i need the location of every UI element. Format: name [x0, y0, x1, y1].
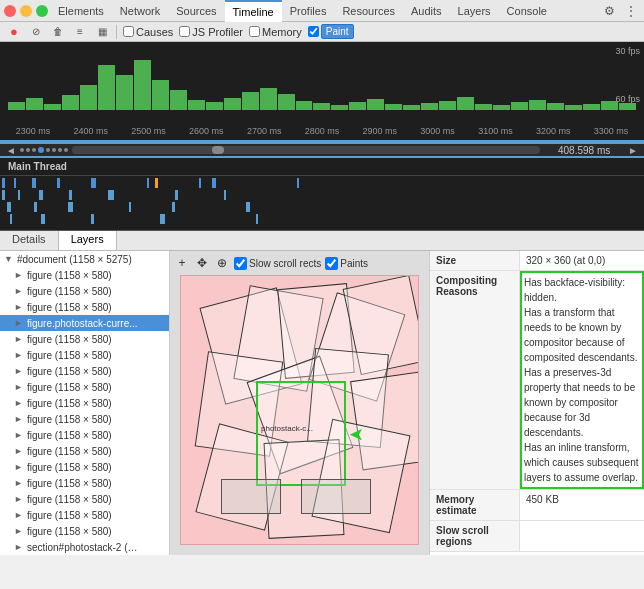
stop-button[interactable]: ⊘ [28, 24, 44, 40]
timeline-scrollbar[interactable]: ◄ 408.598 ms ► [0, 142, 644, 158]
timeline-area: 30 fps 60 fps [0, 42, 644, 142]
info-panel: Size 320 × 360 (at 0,0) Compositing Reas… [429, 251, 644, 555]
tree-item-figure-5[interactable]: ► figure (1158 × 580) [0, 347, 169, 363]
tree-item-figure-photostack[interactable]: ► figure.photostack-curre... [0, 315, 169, 331]
pan-tool-button[interactable]: ✥ [194, 255, 210, 271]
tree-item-figure-2[interactable]: ► figure (1158 × 580) [0, 283, 169, 299]
move-tool-button[interactable]: ⊕ [214, 255, 230, 271]
tree-item-label: figure (1158 × 580) [27, 286, 112, 297]
bar [116, 75, 133, 110]
thread-block-orange [155, 178, 158, 188]
tree-item-figure-9[interactable]: ► figure (1158 × 580) [0, 411, 169, 427]
scrollbar-track[interactable] [72, 146, 540, 154]
tree-item-section-photostack[interactable]: ► section#photostack-2 (… [0, 539, 169, 555]
tab-list: Elements Network Sources Timeline Profil… [50, 0, 555, 22]
tree-item-label: figure (1158 × 580) [27, 526, 112, 537]
details-layers-tabbar: Details Layers [0, 231, 644, 251]
tree-item-figure-7[interactable]: ► figure (1158 × 580) [0, 379, 169, 395]
thread-block4 [91, 214, 94, 224]
bar [8, 102, 25, 110]
tree-arrow: ► [14, 366, 23, 376]
tree-item-document[interactable]: ▼ #document (1158 × 5275) [0, 251, 169, 267]
tab-layers[interactable]: Layers [450, 0, 499, 22]
scrollbar-thumb[interactable] [212, 146, 224, 154]
tree-item-figure-4[interactable]: ► figure (1158 × 580) [0, 331, 169, 347]
tree-item-figure-6[interactable]: ► figure (1158 × 580) [0, 363, 169, 379]
tree-arrow: ► [14, 302, 23, 312]
thread-block3 [129, 202, 131, 212]
tree-item-figure-14[interactable]: ► figure (1158 × 580) [0, 491, 169, 507]
tree-item-figure-8[interactable]: ► figure (1158 × 580) [0, 395, 169, 411]
settings-icon[interactable]: ⚙ [600, 2, 618, 20]
tree-item-label: figure (1158 × 580) [27, 414, 112, 425]
dot8 [64, 148, 68, 152]
tree-item-figure-16[interactable]: ► figure (1158 × 580) [0, 523, 169, 539]
tab-layers[interactable]: Layers [59, 231, 117, 250]
canvas-panel: + ✥ ⊕ Slow scroll rects Paints [170, 251, 429, 555]
tab-console[interactable]: Console [499, 0, 555, 22]
paint-checkbox[interactable]: Paint [308, 24, 354, 39]
tree-item-figure-3[interactable]: ► figure (1158 × 580) [0, 299, 169, 315]
tree-item-label: figure (1158 × 580) [27, 334, 112, 345]
thread-block3 [246, 202, 250, 212]
main-thread-bar: Main Thread [0, 158, 644, 176]
scroll-right[interactable]: ► [628, 145, 638, 156]
tab-resources[interactable]: Resources [334, 0, 403, 22]
bar [403, 105, 420, 110]
tab-sources[interactable]: Sources [168, 0, 224, 22]
tab-profiles[interactable]: Profiles [282, 0, 335, 22]
tick-2800: 2800 ms [293, 126, 351, 136]
bar [349, 102, 366, 110]
clear-button[interactable]: 🗑 [50, 24, 66, 40]
tree-item-figure-10[interactable]: ► figure (1158 × 580) [0, 427, 169, 443]
tree-arrow: ► [14, 542, 23, 552]
tree-arrow: ► [14, 270, 23, 280]
tree-item-figure-12[interactable]: ► figure (1158 × 580) [0, 459, 169, 475]
add-layer-button[interactable]: + [174, 255, 190, 271]
record-button[interactable]: ● [6, 24, 22, 40]
tab-details[interactable]: Details [0, 231, 59, 250]
thread-block [212, 178, 216, 188]
causes-checkbox[interactable]: Causes [123, 26, 173, 38]
tree-item-label: figure (1158 × 580) [27, 366, 112, 377]
tree-item-figure-13[interactable]: ► figure (1158 × 580) [0, 475, 169, 491]
thread-row-3 [0, 202, 644, 214]
paints-checkbox[interactable]: Paints [325, 257, 368, 270]
tree-arrow: ► [14, 526, 23, 536]
circle-icon [4, 5, 16, 17]
tree-item-label: #document (1158 × 5275) [17, 254, 132, 265]
thread-block [57, 178, 60, 188]
memory-checkbox[interactable]: Memory [249, 26, 302, 38]
memory-value: 450 KB [520, 490, 644, 520]
size-label: Size [430, 251, 520, 270]
thread-block [2, 178, 5, 188]
tree-item-label: figure (1158 × 580) [27, 430, 112, 441]
thread-row-1 [0, 178, 644, 190]
tab-audits[interactable]: Audits [403, 0, 450, 22]
bar [206, 102, 223, 110]
tree-panel: ▼ #document (1158 × 5275) ► figure (1158… [0, 251, 170, 555]
tree-item-figure-11[interactable]: ► figure (1158 × 580) [0, 443, 169, 459]
slow-scroll-checkbox[interactable]: Slow scroll rects [234, 257, 321, 270]
tree-arrow: ► [14, 430, 23, 440]
tab-timeline[interactable]: Timeline [225, 0, 282, 22]
tick-2900: 2900 ms [351, 126, 409, 136]
tab-network[interactable]: Network [112, 0, 168, 22]
dot2 [26, 148, 30, 152]
filter-button[interactable]: ≡ [72, 24, 88, 40]
bar [457, 97, 474, 110]
thread-visualization [0, 176, 644, 231]
compositing-label: Compositing Reasons [430, 271, 520, 489]
thread-block2 [18, 190, 20, 200]
toolbar-icons: ⚙ ⋮ [600, 2, 640, 20]
tree-item-figure-1[interactable]: ► figure (1158 × 580) [0, 267, 169, 283]
bar [170, 90, 187, 110]
overflow-icon[interactable]: ⋮ [622, 2, 640, 20]
tree-item-figure-15[interactable]: ► figure (1158 × 580) [0, 507, 169, 523]
tab-elements[interactable]: Elements [50, 0, 112, 22]
bar-chart-button[interactable]: ▦ [94, 24, 110, 40]
js-profiler-checkbox[interactable]: JS Profiler [179, 26, 243, 38]
scroll-left[interactable]: ◄ [6, 145, 16, 156]
dot5 [46, 148, 50, 152]
tree-arrow: ► [14, 494, 23, 504]
